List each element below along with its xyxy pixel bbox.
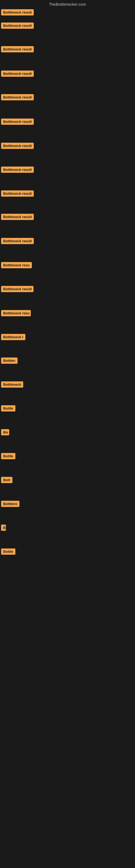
bottleneck-badge-23[interactable]: B [1,525,6,531]
bottleneck-badge-5[interactable]: Bottleneck result [1,94,34,100]
badge-row-16: Bottlen [1,358,17,365]
bottleneck-badge-1[interactable]: Bottleneck result [1,9,34,16]
badge-row-15: Bottleneck r [1,334,26,341]
bottleneck-badge-21[interactable]: Bott [1,477,12,483]
bottleneck-badge-22[interactable]: Bottlens [1,501,19,507]
bottleneck-badge-19[interactable]: Bo [1,429,9,435]
badge-row-19: Bo [1,429,9,436]
badge-row-4: Bottleneck result [1,70,34,78]
badge-row-6: Bottleneck result [1,119,34,126]
bottleneck-badge-12[interactable]: Bottleneck resu [1,262,32,268]
badge-row-8: Bottleneck result [1,166,34,174]
bottleneck-badge-10[interactable]: Bottleneck result [1,214,34,220]
bottleneck-badge-6[interactable]: Bottleneck result [1,119,34,125]
bottleneck-badge-24[interactable]: Bottle [1,549,15,555]
badge-row-1: Bottleneck result [1,9,34,17]
bottleneck-badge-17[interactable]: Bottleneck [1,381,23,388]
badge-row-21: Bott [1,477,12,484]
badge-row-9: Bottleneck result [1,190,34,198]
badge-row-12: Bottleneck resu [1,262,32,269]
bottleneck-badge-16[interactable]: Bottlen [1,358,17,364]
badge-row-17: Bottleneck [1,381,23,389]
bottleneck-badge-9[interactable]: Bottleneck result [1,190,34,197]
bottleneck-badge-20[interactable]: Bottle [1,453,15,459]
bottleneck-badge-13[interactable]: Bottleneck result [1,286,34,292]
badge-row-5: Bottleneck result [1,94,34,101]
badge-row-7: Bottleneck result [1,143,34,150]
bottleneck-badge-15[interactable]: Bottleneck r [1,334,26,340]
page-wrapper: TheBottlenecker.com Bottleneck resultBot… [0,0,135,868]
bottleneck-badge-14[interactable]: Bottleneck resu [1,310,31,316]
badge-row-13: Bottleneck result [1,286,34,293]
bottleneck-badge-11[interactable]: Bottleneck result [1,238,34,244]
badge-row-10: Bottleneck result [1,214,34,221]
badge-row-2: Bottleneck result [1,23,34,30]
badge-row-14: Bottleneck resu [1,310,31,317]
badge-row-22: Bottlens [1,501,19,508]
bottleneck-badge-18[interactable]: Bottle [1,405,15,411]
bottleneck-badge-3[interactable]: Bottleneck result [1,46,34,52]
bottleneck-badge-4[interactable]: Bottleneck result [1,70,34,77]
bottleneck-badge-2[interactable]: Bottleneck result [1,23,34,29]
badge-row-24: Bottle [1,549,15,556]
badge-row-23: B [1,525,6,532]
badge-row-3: Bottleneck result [1,46,34,54]
site-title: TheBottlenecker.com [0,0,135,8]
badge-row-20: Bottle [1,453,15,460]
bottleneck-badge-8[interactable]: Bottleneck result [1,166,34,173]
badge-row-18: Bottle [1,405,15,412]
bottleneck-badge-7[interactable]: Bottleneck result [1,143,34,149]
badge-row-11: Bottleneck result [1,238,34,245]
